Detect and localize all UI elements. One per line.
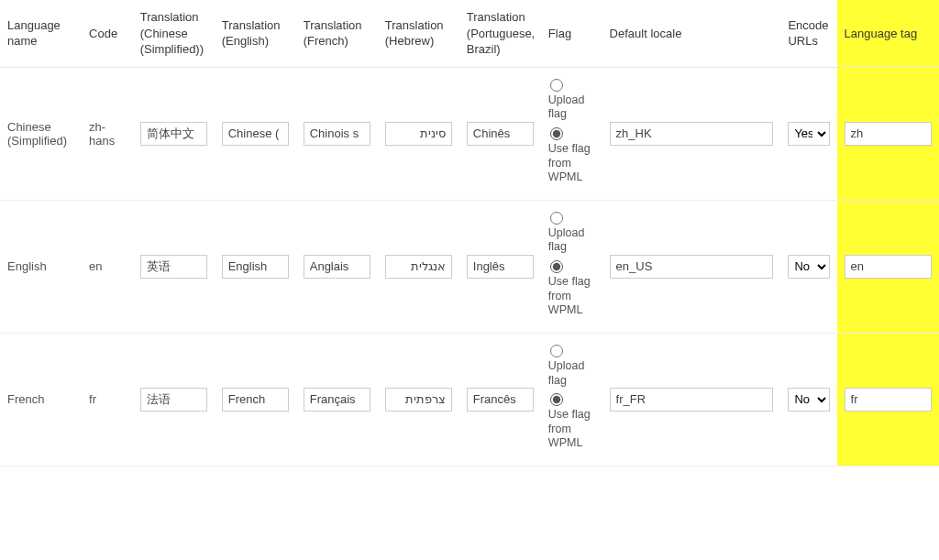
flag-wpml-radio-label: Use flag from WPML (548, 275, 595, 318)
header-trans-zh: Translation (Chinese (Simplified)) (133, 0, 215, 67)
flag-upload-radio[interactable] (550, 79, 563, 92)
header-trans-en: Translation (English) (215, 0, 296, 67)
encode-urls-cell: YesNo (780, 200, 836, 333)
flag-cell: Upload flagUse flag from WPML (541, 200, 602, 333)
translation-fr-input[interactable] (304, 122, 370, 146)
translation-pt-input[interactable] (467, 255, 534, 279)
language-tag-cell (837, 67, 939, 200)
default-locale-cell (602, 333, 781, 466)
header-trans-fr: Translation (French) (296, 0, 378, 67)
translation-zh-input[interactable] (140, 255, 207, 279)
language-tag-input[interactable] (845, 122, 932, 146)
translation-fr-input-cell (296, 333, 378, 466)
translation-pt-input[interactable] (467, 388, 534, 412)
table-row: EnglishenUpload flagUse flag from WPMLYe… (0, 200, 939, 333)
flag-upload-radio-label: Upload flag (548, 93, 595, 122)
translation-en-input-cell (215, 200, 296, 333)
translation-pt-input-cell (459, 200, 541, 333)
encode-urls-select[interactable]: YesNo (788, 255, 829, 279)
encode-urls-select[interactable]: YesNo (788, 122, 829, 146)
translation-en-input-cell (215, 333, 296, 466)
translation-he-input[interactable] (385, 255, 452, 279)
default-locale-input[interactable] (610, 122, 774, 146)
translation-pt-input-cell (459, 67, 541, 200)
translation-fr-input[interactable] (304, 255, 370, 279)
translation-zh-input[interactable] (140, 122, 207, 146)
header-code: Code (82, 0, 133, 67)
translation-en-input-cell (215, 67, 296, 200)
code-cell: zh-hans (82, 67, 133, 200)
language-tag-cell (837, 200, 939, 333)
flag-upload-radio[interactable] (550, 212, 563, 225)
flag-wpml-radio[interactable] (550, 127, 563, 140)
flag-wpml-radio-label: Use flag from WPML (548, 142, 595, 185)
flag-upload-radio[interactable] (550, 345, 563, 357)
header-flag: Flag (541, 0, 602, 67)
translation-pt-input[interactable] (467, 122, 534, 146)
header-trans-pt: Translation (Portuguese, Brazil) (459, 0, 541, 67)
flag-wpml-radio[interactable] (550, 260, 563, 273)
default-locale-input[interactable] (610, 388, 774, 412)
flag-upload-radio-label: Upload flag (548, 226, 595, 255)
translation-fr-input[interactable] (304, 388, 370, 412)
header-default-locale: Default locale (602, 0, 781, 67)
translation-zh-input-cell (133, 333, 215, 466)
header-trans-he: Translation (Hebrew) (378, 0, 459, 67)
code-cell: en (82, 200, 133, 333)
encode-urls-select[interactable]: YesNo (788, 388, 829, 412)
language-name-cell: Chinese (Simplified) (0, 67, 82, 200)
translation-he-input-cell (378, 333, 459, 466)
translation-he-input[interactable] (385, 388, 452, 412)
header-language-name: Language name (0, 0, 82, 67)
flag-cell: Upload flagUse flag from WPML (541, 333, 602, 466)
translation-zh-input[interactable] (140, 388, 207, 412)
flag-cell: Upload flagUse flag from WPML (541, 67, 602, 200)
language-name-cell: English (0, 200, 82, 333)
translation-zh-input-cell (133, 200, 215, 333)
flag-upload-radio-label: Upload flag (548, 359, 595, 388)
language-name-cell: French (0, 333, 82, 466)
translation-zh-input-cell (133, 67, 215, 200)
encode-urls-cell: YesNo (780, 67, 836, 200)
language-tag-input[interactable] (845, 255, 932, 279)
language-tag-input[interactable] (845, 388, 932, 412)
translation-en-input[interactable] (222, 255, 289, 279)
language-tag-cell (837, 333, 939, 466)
translation-he-input[interactable] (385, 122, 452, 146)
languages-table: Language name Code Translation (Chinese … (0, 0, 939, 467)
translation-en-input[interactable] (222, 122, 289, 146)
default-locale-input[interactable] (610, 255, 774, 279)
header-language-tag: Language tag (837, 0, 939, 67)
header-encode-urls: Encode URLs (780, 0, 836, 67)
table-row: FrenchfrUpload flagUse flag from WPMLYes… (0, 333, 939, 466)
translation-pt-input-cell (459, 333, 541, 466)
translation-he-input-cell (378, 200, 459, 333)
flag-wpml-radio[interactable] (550, 393, 563, 406)
code-cell: fr (82, 333, 133, 466)
translation-en-input[interactable] (222, 388, 289, 412)
flag-wpml-radio-label: Use flag from WPML (548, 408, 595, 451)
translation-he-input-cell (378, 67, 459, 200)
default-locale-cell (602, 67, 781, 200)
default-locale-cell (602, 200, 781, 333)
translation-fr-input-cell (296, 200, 378, 333)
translation-fr-input-cell (296, 67, 378, 200)
encode-urls-cell: YesNo (780, 333, 836, 466)
table-row: Chinese (Simplified)zh-hansUpload flagUs… (0, 67, 939, 200)
